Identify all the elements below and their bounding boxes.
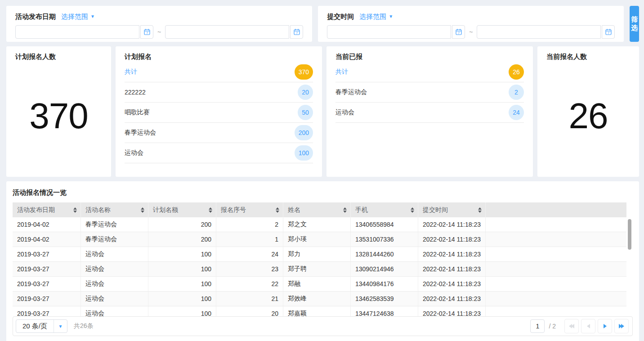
card-title: 计划报名 <box>125 53 313 61</box>
page-number-input[interactable] <box>530 319 545 333</box>
sort-icon <box>209 207 212 213</box>
planned-count-value: 370 <box>29 95 88 137</box>
list-item: 运动会 100 <box>125 143 313 163</box>
range-separator: ~ <box>469 28 473 36</box>
current-count-value: 26 <box>569 95 608 137</box>
list-item: 运动会 24 <box>335 103 524 123</box>
table-title: 活动报名情况一览 <box>13 188 633 197</box>
prev-page-button[interactable] <box>581 319 595 333</box>
list-item: 222222 20 <box>125 82 313 103</box>
left-arrow-icon <box>587 324 590 328</box>
table-body: 2019-04-02 春季运动会 200 2 郑之文 13406558984 2… <box>13 217 633 316</box>
chevron-down-icon: ▼ <box>54 320 67 332</box>
right-arrow-icon <box>604 324 607 328</box>
svg-text:7: 7 <box>146 31 148 35</box>
svg-text:7: 7 <box>296 31 298 35</box>
count-badge: 100 <box>295 145 313 161</box>
next-page-button[interactable] <box>598 319 612 333</box>
submit-time-filter-panel: 提交时间 选择范围 ▼ 7 ~ <box>318 6 624 42</box>
page-size-select[interactable]: 20 条/页 ▼ <box>16 319 67 333</box>
total-badge: 370 <box>295 64 313 80</box>
table-row[interactable]: 2019-04-02 春季运动会 200 2 郑之文 13406558984 2… <box>13 217 626 232</box>
pagination-bar: 20 条/页 ▼ 共26条 / 2 <box>13 316 633 336</box>
column-header-name[interactable]: 姓名 <box>283 202 351 217</box>
column-header-empty <box>486 202 626 217</box>
current-count-card: 当前报名人数 26 <box>537 46 639 177</box>
chevron-down-icon: ▼ <box>90 14 95 19</box>
table-row[interactable]: 2019-03-27 运动会 100 21 郑效峰 13462583539 20… <box>13 292 626 306</box>
total-label: 共计 <box>335 68 348 76</box>
chevron-down-icon: ▼ <box>389 14 393 19</box>
publish-date-end-input[interactable] <box>165 25 289 39</box>
registration-table: 活动发布日期 活动名称 计划名额 报名序号 姓名 手机 提交时间 2019-04… <box>13 202 633 316</box>
publish-date-label: 活动发布日期 <box>15 13 56 21</box>
sort-icon <box>73 207 77 213</box>
submit-time-range-label: 选择范围 <box>359 13 386 21</box>
publish-date-range-select[interactable]: 选择范围 ▼ <box>61 13 95 21</box>
publish-date-range-label: 选择范围 <box>61 13 88 21</box>
column-header-serial[interactable]: 报名序号 <box>216 202 283 217</box>
count-badge: 2 <box>509 85 524 100</box>
planned-count-card: 计划报名人数 370 <box>6 46 111 177</box>
total-count-label: 共26条 <box>74 322 94 330</box>
submit-time-end-input[interactable] <box>477 25 601 39</box>
count-badge: 20 <box>298 85 313 100</box>
svg-text:7: 7 <box>608 31 609 35</box>
submit-time-range-select[interactable]: 选择范围 ▼ <box>359 13 393 21</box>
submit-time-start-input[interactable] <box>327 25 451 39</box>
filter-toolbar: 活动发布日期 选择范围 ▼ 7 ~ <box>0 0 644 42</box>
sort-icon <box>411 207 414 213</box>
column-header-phone[interactable]: 手机 <box>351 202 418 217</box>
submit-time-label: 提交时间 <box>327 13 354 21</box>
table-scrollbar[interactable] <box>628 219 631 250</box>
calendar-icon[interactable]: 7 <box>452 25 465 39</box>
svg-text:7: 7 <box>458 31 460 35</box>
calendar-icon[interactable]: 7 <box>602 25 615 39</box>
total-label: 共计 <box>125 68 137 76</box>
column-header-submit-time[interactable]: 提交时间 <box>418 202 486 217</box>
total-badge: 26 <box>509 64 524 80</box>
list-item-total: 共计 370 <box>125 62 313 82</box>
first-page-button[interactable] <box>564 319 579 333</box>
list-item: 春季运动会 2 <box>335 82 524 103</box>
list-item-total: 共计 26 <box>335 62 524 82</box>
sort-icon <box>141 207 144 213</box>
range-separator: ~ <box>157 28 161 36</box>
table-row[interactable]: 2019-03-27 运动会 100 24 郑力 13281444260 202… <box>13 247 626 262</box>
sort-icon <box>478 207 482 213</box>
planned-list-card: 计划报名 共计 370 222222 20 唱歌比赛 50 春季运动会 200 … <box>116 46 322 177</box>
column-header-quota[interactable]: 计划名额 <box>148 202 216 217</box>
calendar-icon[interactable]: 7 <box>140 25 153 39</box>
stat-cards-row: 计划报名人数 370 计划报名 共计 370 222222 20 唱歌比赛 50… <box>6 46 639 177</box>
current-list-card: 当前已报 共计 26 春季运动会 2 运动会 24 <box>326 46 533 177</box>
filter-button[interactable]: 筛选 <box>630 6 639 42</box>
table-row[interactable]: 2019-03-27 运动会 100 20 郑嘉颖 13447124638 20… <box>13 306 626 316</box>
page-size-value: 20 条/页 <box>16 322 54 331</box>
card-title: 当前报名人数 <box>546 53 630 61</box>
page-total-label: / 2 <box>549 323 556 330</box>
column-header-activity-name[interactable]: 活动名称 <box>81 202 148 217</box>
count-badge: 24 <box>509 105 524 120</box>
column-header-publish-date[interactable]: 活动发布日期 <box>13 202 81 217</box>
table-row[interactable]: 2019-04-02 春季运动会 200 1 郑小瑛 13531007336 2… <box>13 232 626 247</box>
sort-icon <box>343 207 347 213</box>
registration-table-panel: 活动报名情况一览 活动发布日期 活动名称 计划名额 报名序号 姓名 手机 提交时… <box>6 181 639 341</box>
count-badge: 200 <box>295 125 313 140</box>
card-title: 计划报名人数 <box>15 53 102 61</box>
last-page-button[interactable] <box>614 319 629 333</box>
table-row[interactable]: 2019-03-27 运动会 100 23 郑子聘 13090214946 20… <box>13 262 626 277</box>
list-item: 唱歌比赛 50 <box>125 103 313 123</box>
table-header-row: 活动发布日期 活动名称 计划名额 报名序号 姓名 手机 提交时间 <box>13 202 626 217</box>
table-row[interactable]: 2019-03-27 运动会 100 22 郑融 13440984176 202… <box>13 277 626 292</box>
sort-icon <box>276 207 279 213</box>
count-badge: 50 <box>298 105 313 120</box>
card-title: 当前已报 <box>335 53 524 61</box>
list-item: 春季运动会 200 <box>125 123 313 143</box>
calendar-icon[interactable]: 7 <box>290 25 303 39</box>
publish-date-filter-panel: 活动发布日期 选择范围 ▼ 7 ~ <box>6 6 312 42</box>
publish-date-start-input[interactable] <box>15 25 139 39</box>
